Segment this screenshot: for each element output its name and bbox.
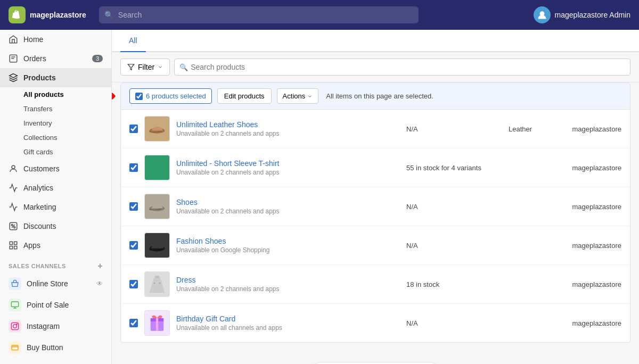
sidebar: Home Orders 3 Products All products Tran… [0, 30, 112, 364]
svg-rect-11 [14, 246, 17, 249]
product-stock-1: N/A [406, 125, 502, 133]
fashion-shoe-img-4 [148, 236, 167, 255]
product-stock-2: 55 in stock for 4 variants [406, 164, 502, 172]
product-info-4: Fashion Shoes Unavailable on Google Shop… [176, 237, 400, 254]
product-store-2: mageplazastore [558, 164, 621, 172]
svg-rect-10 [10, 246, 12, 249]
svg-point-4 [11, 224, 13, 226]
product-name-3[interactable]: Shoes [176, 198, 400, 206]
product-thumbnail-6 [144, 310, 170, 336]
global-search-input[interactable] [99, 6, 419, 23]
top-navigation: mageplazastore 🔍 mageplazastore Admin [0, 0, 639, 30]
products-icon [9, 73, 18, 82]
sidebar-sub-inventory[interactable]: Inventory [0, 116, 111, 130]
filter-label: Filter [138, 63, 154, 71]
selection-bar: 6 products selected Edit products Action… [121, 83, 630, 110]
sidebar-sub-collections[interactable]: Collections [0, 130, 111, 145]
select-all-checkbox[interactable] [135, 93, 143, 100]
filter-button[interactable]: Filter [120, 59, 170, 76]
global-search[interactable]: 🔍 [99, 6, 419, 23]
table-row: Birthday Gift Card Unavailable on all ch… [121, 304, 630, 342]
product-stock-3: N/A [406, 203, 502, 211]
sidebar-item-point-of-sale[interactable]: Point of Sale [0, 294, 111, 316]
sidebar-item-products[interactable]: Products [0, 68, 111, 87]
search-products-input[interactable] [174, 59, 630, 76]
add-channel-icon[interactable]: + [97, 261, 103, 271]
svg-rect-8 [10, 242, 12, 244]
svg-point-3 [12, 166, 15, 169]
search-icon: 🔍 [104, 11, 113, 19]
products-table: ➜ 6 products selected Edit products Acti… [120, 82, 630, 343]
product-store-5: mageplazastore [558, 280, 621, 288]
product-name-1[interactable]: Unlimited Leather Shoes [176, 120, 400, 129]
product-name-5[interactable]: Dress [176, 276, 400, 284]
product-store-1: mageplazastore [558, 125, 621, 133]
product-name-6[interactable]: Birthday Gift Card [176, 315, 400, 323]
sidebar-item-buy-button[interactable]: Buy Button [0, 337, 111, 358]
sidebar-sub-all-products[interactable]: All products [0, 87, 111, 102]
product-sub-1: Unavailable on 2 channels and apps [176, 130, 400, 137]
admin-avatar[interactable] [534, 6, 551, 23]
row-checkbox-3[interactable] [129, 202, 138, 211]
svg-point-5 [14, 227, 15, 228]
sidebar-item-marketing-label: Marketing [23, 203, 56, 211]
sidebar-item-analytics[interactable]: Analytics [0, 178, 111, 197]
sidebar-item-apps-label: Apps [23, 241, 40, 250]
sidebar-sub-gift-cards[interactable]: Gift cards [0, 145, 111, 159]
nav-right-area: mageplazastore Admin [534, 6, 630, 23]
eye-icon[interactable]: 👁 [96, 280, 103, 287]
product-name-2[interactable]: Unlimited - Short Sleeve T-shirt [176, 159, 400, 168]
home-icon [9, 35, 18, 44]
sidebar-item-home[interactable]: Home [0, 30, 111, 49]
buy-button-label: Buy Button [27, 343, 63, 352]
product-name-4[interactable]: Fashion Shoes [176, 237, 400, 245]
all-selected-text: All items on this page are selected. [326, 92, 433, 100]
pos-label: Point of Sale [27, 301, 69, 309]
row-checkbox-6[interactable] [129, 319, 138, 327]
product-store-4: mageplazastore [558, 242, 621, 250]
orders-icon [9, 54, 18, 63]
product-sub-2: Unavailable on 2 channels and apps [176, 169, 400, 176]
row-checkbox-1[interactable] [129, 125, 138, 133]
row-checkbox-5[interactable] [129, 280, 138, 288]
sidebar-item-apps[interactable]: Apps [0, 236, 111, 255]
product-thumbnail-3 [144, 194, 170, 219]
svg-point-22 [154, 283, 155, 284]
row-checkbox-2[interactable] [129, 163, 138, 172]
apps-icon [9, 241, 18, 250]
actions-dropdown[interactable]: Actions [277, 88, 319, 104]
sidebar-item-orders-label: Orders [23, 54, 46, 63]
discounts-icon [9, 221, 18, 231]
sidebar-item-marketing[interactable]: Marketing [0, 197, 111, 217]
instagram-icon [9, 320, 21, 333]
edit-products-button[interactable]: Edit products [217, 88, 272, 104]
sidebar-item-orders[interactable]: Orders 3 [0, 49, 111, 68]
product-type-1: Leather [509, 125, 551, 133]
product-store-3: mageplazastore [558, 203, 621, 211]
analytics-icon [9, 183, 18, 193]
row-checkbox-4[interactable] [129, 241, 138, 250]
svg-point-23 [159, 283, 161, 284]
sidebar-item-customers[interactable]: Customers [0, 159, 111, 178]
red-arrow-annotation: ➜ [112, 89, 116, 103]
sidebar-item-online-store[interactable]: Online Store 👁 [0, 273, 111, 294]
sidebar-item-discounts[interactable]: Discounts [0, 217, 111, 236]
tab-bar: All [112, 30, 639, 52]
tshirt-img-2 [148, 158, 167, 177]
product-store-6: mageplazastore [558, 319, 621, 327]
learn-bubble: ? Learn more about products . [310, 362, 440, 364]
logo-area[interactable]: mageplazastore [9, 6, 86, 23]
product-thumbnail-4 [144, 233, 170, 258]
sidebar-item-instagram[interactable]: Instagram [0, 316, 111, 337]
svg-rect-13 [11, 322, 18, 329]
buy-button-icon [9, 341, 21, 354]
filter-row: Filter 🔍 [112, 52, 639, 82]
sidebar-sub-transfers[interactable]: Transfers [0, 102, 111, 116]
select-count-button[interactable]: 6 products selected [129, 88, 212, 104]
product-thumbnail-1 [144, 116, 170, 142]
product-info-3: Shoes Unavailable on 2 channels and apps [176, 198, 400, 215]
tab-all[interactable]: All [120, 30, 146, 52]
product-stock-5: 18 in stock [406, 280, 502, 288]
table-row: Fashion Shoes Unavailable on Google Shop… [121, 226, 630, 265]
product-sub-4: Unavailable on Google Shopping [176, 246, 400, 254]
